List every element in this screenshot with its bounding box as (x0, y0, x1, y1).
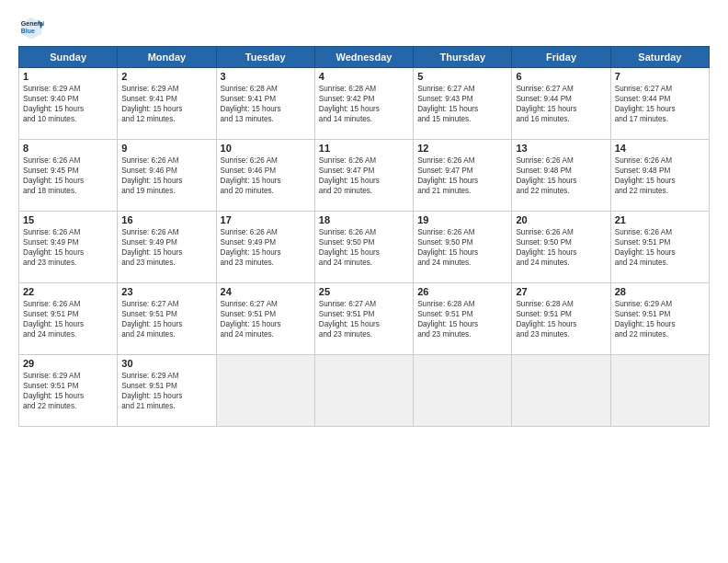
day-number: 18 (319, 214, 409, 225)
day-info: Sunrise: 6:27 AM Sunset: 9:44 PM Dayligh… (516, 84, 606, 124)
calendar-cell: 25Sunrise: 6:27 AM Sunset: 9:51 PM Dayli… (314, 283, 413, 355)
day-info: Sunrise: 6:26 AM Sunset: 9:49 PM Dayligh… (23, 227, 113, 268)
day-info: Sunrise: 6:29 AM Sunset: 9:51 PM Dayligh… (615, 299, 705, 339)
day-number: 7 (615, 71, 705, 82)
day-info: Sunrise: 6:29 AM Sunset: 9:51 PM Dayligh… (23, 371, 113, 411)
calendar-table: Sunday Monday Tuesday Wednesday Thursday… (18, 46, 710, 427)
day-info: Sunrise: 6:26 AM Sunset: 9:46 PM Dayligh… (121, 155, 211, 196)
calendar-cell: 26Sunrise: 6:28 AM Sunset: 9:51 PM Dayli… (414, 283, 512, 355)
day-info: Sunrise: 6:26 AM Sunset: 9:49 PM Dayligh… (121, 227, 211, 268)
day-number: 5 (417, 71, 507, 82)
calendar-cell (314, 355, 413, 427)
calendar-cell: 7Sunrise: 6:27 AM Sunset: 9:44 PM Daylig… (610, 68, 709, 140)
col-wednesday: Wednesday (314, 47, 413, 68)
calendar-cell: 21Sunrise: 6:26 AM Sunset: 9:51 PM Dayli… (610, 212, 709, 283)
col-monday: Monday (118, 47, 216, 68)
col-thursday: Thursday (414, 47, 512, 68)
day-number: 26 (417, 286, 507, 297)
calendar-cell: 2Sunrise: 6:29 AM Sunset: 9:41 PM Daylig… (118, 68, 216, 140)
day-info: Sunrise: 6:27 AM Sunset: 9:51 PM Dayligh… (221, 299, 311, 339)
calendar-cell: 14Sunrise: 6:26 AM Sunset: 9:48 PM Dayli… (610, 140, 709, 212)
day-number: 29 (23, 358, 113, 369)
day-info: Sunrise: 6:26 AM Sunset: 9:46 PM Dayligh… (221, 155, 311, 196)
calendar-cell (216, 355, 314, 427)
calendar-body: 1Sunrise: 6:29 AM Sunset: 9:40 PM Daylig… (19, 68, 710, 427)
day-number: 1 (23, 71, 113, 82)
day-info: Sunrise: 6:26 AM Sunset: 9:50 PM Dayligh… (516, 227, 606, 268)
day-number: 6 (516, 71, 606, 82)
calendar-cell: 17Sunrise: 6:26 AM Sunset: 9:49 PM Dayli… (216, 212, 314, 283)
calendar-cell: 4Sunrise: 6:28 AM Sunset: 9:42 PM Daylig… (314, 68, 413, 140)
calendar-cell: 24Sunrise: 6:27 AM Sunset: 9:51 PM Dayli… (216, 283, 314, 355)
calendar-cell (512, 355, 610, 427)
calendar-week-row: 29Sunrise: 6:29 AM Sunset: 9:51 PM Dayli… (19, 355, 710, 427)
day-number: 13 (516, 143, 606, 154)
day-info: Sunrise: 6:26 AM Sunset: 9:45 PM Dayligh… (23, 155, 113, 196)
day-number: 21 (615, 214, 705, 225)
col-tuesday: Tuesday (216, 47, 314, 68)
logo: General Blue (18, 15, 48, 40)
day-number: 9 (121, 143, 211, 154)
calendar-cell: 28Sunrise: 6:29 AM Sunset: 9:51 PM Dayli… (610, 283, 709, 355)
day-number: 8 (23, 143, 113, 154)
day-info: Sunrise: 6:26 AM Sunset: 9:50 PM Dayligh… (417, 227, 507, 268)
day-info: Sunrise: 6:26 AM Sunset: 9:48 PM Dayligh… (615, 155, 705, 196)
svg-text:Blue: Blue (21, 28, 35, 34)
logo-icon: General Blue (18, 15, 44, 40)
calendar-cell: 27Sunrise: 6:28 AM Sunset: 9:51 PM Dayli… (512, 283, 610, 355)
calendar-cell: 13Sunrise: 6:26 AM Sunset: 9:48 PM Dayli… (512, 140, 610, 212)
day-number: 10 (221, 143, 311, 154)
day-number: 12 (417, 143, 507, 154)
col-friday: Friday (512, 47, 610, 68)
day-info: Sunrise: 6:26 AM Sunset: 9:47 PM Dayligh… (319, 155, 409, 196)
day-number: 22 (23, 286, 113, 297)
day-info: Sunrise: 6:26 AM Sunset: 9:48 PM Dayligh… (516, 155, 606, 196)
day-number: 15 (23, 214, 113, 225)
calendar-cell: 19Sunrise: 6:26 AM Sunset: 9:50 PM Dayli… (414, 212, 512, 283)
day-info: Sunrise: 6:26 AM Sunset: 9:51 PM Dayligh… (23, 299, 113, 339)
day-number: 23 (121, 286, 211, 297)
day-info: Sunrise: 6:28 AM Sunset: 9:41 PM Dayligh… (221, 84, 311, 124)
calendar-cell: 30Sunrise: 6:29 AM Sunset: 9:51 PM Dayli… (118, 355, 216, 427)
calendar-cell: 20Sunrise: 6:26 AM Sunset: 9:50 PM Dayli… (512, 212, 610, 283)
day-info: Sunrise: 6:28 AM Sunset: 9:42 PM Dayligh… (319, 84, 409, 124)
header: General Blue (18, 15, 710, 40)
day-info: Sunrise: 6:27 AM Sunset: 9:43 PM Dayligh… (417, 84, 507, 124)
calendar-cell: 16Sunrise: 6:26 AM Sunset: 9:49 PM Dayli… (118, 212, 216, 283)
day-info: Sunrise: 6:26 AM Sunset: 9:49 PM Dayligh… (221, 227, 311, 268)
day-info: Sunrise: 6:26 AM Sunset: 9:50 PM Dayligh… (319, 227, 409, 268)
calendar-cell: 3Sunrise: 6:28 AM Sunset: 9:41 PM Daylig… (216, 68, 314, 140)
calendar-cell: 23Sunrise: 6:27 AM Sunset: 9:51 PM Dayli… (118, 283, 216, 355)
day-info: Sunrise: 6:27 AM Sunset: 9:51 PM Dayligh… (121, 299, 211, 339)
calendar-cell: 10Sunrise: 6:26 AM Sunset: 9:46 PM Dayli… (216, 140, 314, 212)
day-info: Sunrise: 6:29 AM Sunset: 9:51 PM Dayligh… (121, 371, 211, 411)
calendar-cell: 18Sunrise: 6:26 AM Sunset: 9:50 PM Dayli… (314, 212, 413, 283)
calendar-cell: 11Sunrise: 6:26 AM Sunset: 9:47 PM Dayli… (314, 140, 413, 212)
calendar-week-row: 1Sunrise: 6:29 AM Sunset: 9:40 PM Daylig… (19, 68, 710, 140)
day-number: 14 (615, 143, 705, 154)
day-info: Sunrise: 6:29 AM Sunset: 9:40 PM Dayligh… (23, 84, 113, 124)
col-sunday: Sunday (19, 47, 118, 68)
calendar-cell (414, 355, 512, 427)
page: General Blue Sunday Monday Tuesday Wedne… (0, 0, 728, 563)
calendar-cell: 15Sunrise: 6:26 AM Sunset: 9:49 PM Dayli… (19, 212, 118, 283)
day-number: 17 (221, 214, 311, 225)
day-number: 28 (615, 286, 705, 297)
day-number: 11 (319, 143, 409, 154)
calendar-cell: 1Sunrise: 6:29 AM Sunset: 9:40 PM Daylig… (19, 68, 118, 140)
day-number: 19 (417, 214, 507, 225)
calendar-cell: 22Sunrise: 6:26 AM Sunset: 9:51 PM Dayli… (19, 283, 118, 355)
calendar-header-row: Sunday Monday Tuesday Wednesday Thursday… (19, 47, 710, 68)
day-number: 16 (121, 214, 211, 225)
day-number: 25 (319, 286, 409, 297)
calendar-cell: 6Sunrise: 6:27 AM Sunset: 9:44 PM Daylig… (512, 68, 610, 140)
calendar-cell: 29Sunrise: 6:29 AM Sunset: 9:51 PM Dayli… (19, 355, 118, 427)
day-info: Sunrise: 6:27 AM Sunset: 9:44 PM Dayligh… (615, 84, 705, 124)
day-number: 24 (221, 286, 311, 297)
calendar-cell (610, 355, 709, 427)
day-info: Sunrise: 6:26 AM Sunset: 9:51 PM Dayligh… (615, 227, 705, 268)
day-info: Sunrise: 6:26 AM Sunset: 9:47 PM Dayligh… (417, 155, 507, 196)
day-number: 3 (221, 71, 311, 82)
day-number: 30 (121, 358, 211, 369)
calendar-week-row: 22Sunrise: 6:26 AM Sunset: 9:51 PM Dayli… (19, 283, 710, 355)
